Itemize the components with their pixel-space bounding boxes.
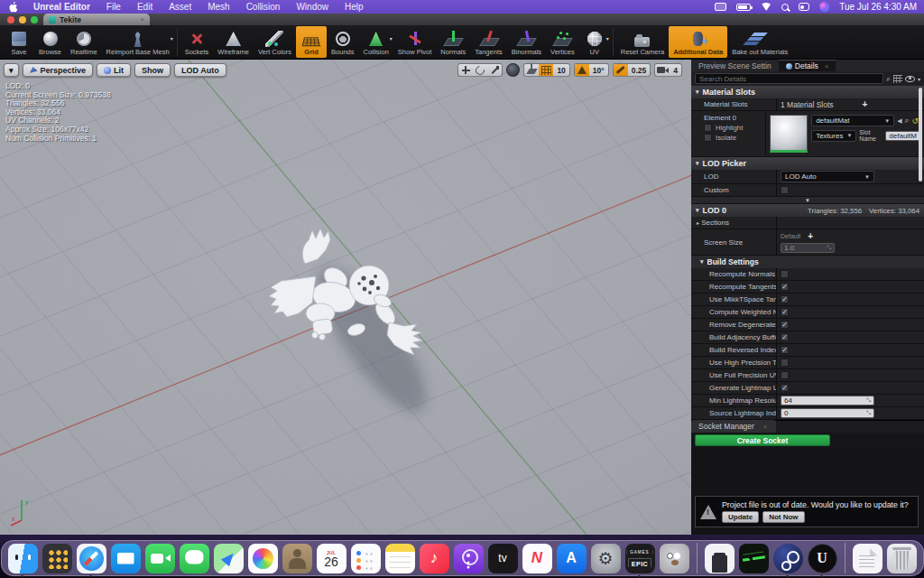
menu-item-unreal-editor[interactable]: Unreal Editor <box>25 2 98 12</box>
dock-item-calendar[interactable]: JUL26 <box>317 544 346 573</box>
surface-snap-icon[interactable] <box>524 63 539 77</box>
tab-close-icon[interactable]: × <box>763 424 767 430</box>
textures-dropdown[interactable]: Textures ▼ <box>811 130 856 142</box>
dock-item-reminders[interactable] <box>351 544 381 573</box>
lod-dropdown[interactable]: LOD Auto ▼ <box>781 171 874 182</box>
dock-item-trash[interactable] <box>887 544 917 573</box>
dock-item-music[interactable]: ♪ <box>420 544 449 573</box>
sections-row[interactable]: ▸ Sections <box>691 217 924 229</box>
rotate-gizmo-button[interactable] <box>473 63 487 77</box>
zoom-window-button[interactable] <box>31 16 38 23</box>
vertices-toolbar-button[interactable]: Vertices <box>546 26 579 58</box>
material-slots-header[interactable]: ▾ Material Slots <box>691 86 924 98</box>
update-button[interactable]: Update <box>722 511 759 523</box>
use-full-precision-uvs-checkbox[interactable] <box>781 371 789 379</box>
dock-item-system-preferences[interactable] <box>591 544 621 573</box>
dropdown-arrow-icon[interactable]: ▾ <box>171 35 173 42</box>
additional-data-toolbar-button[interactable]: Additional Data <box>669 26 727 58</box>
compute-weighted-norma-checkbox[interactable] <box>781 308 789 316</box>
dock-item-mail[interactable] <box>111 544 141 573</box>
slot-name-field[interactable]: defaultM <box>885 131 920 141</box>
menu-item-help[interactable]: Help <box>337 2 372 12</box>
dock-item-messages[interactable] <box>180 544 209 573</box>
menu-item-file[interactable]: File <box>98 2 129 12</box>
lod0-header[interactable]: ▾ LOD 0 Triangles: 32,556 Vertices: 33,0… <box>691 204 924 217</box>
browse-asset-icon[interactable]: ⌕ <box>905 116 910 126</box>
bounds-toolbar-button[interactable]: Bounds <box>327 26 358 58</box>
grid-snap-toggle[interactable] <box>539 63 553 77</box>
dock-item-news[interactable]: N <box>522 544 552 573</box>
save-toolbar-button[interactable]: Save <box>4 26 34 58</box>
scale-snap-toggle[interactable] <box>614 63 628 77</box>
reset-material-icon[interactable]: ↺ <box>912 117 919 126</box>
tab-close-icon[interactable]: × <box>140 15 144 23</box>
lod-auto-button[interactable]: LOD Auto <box>174 63 226 77</box>
display-filter-icon[interactable] <box>893 75 902 83</box>
dock-item-notes[interactable] <box>385 544 415 573</box>
recompute-tangents-checkbox[interactable] <box>781 283 789 291</box>
translate-gizmo-button[interactable] <box>458 63 473 77</box>
socket-manager-tab[interactable]: Socket Manager × <box>691 420 776 433</box>
recompute-normals-checkbox[interactable] <box>781 270 789 278</box>
category-expander[interactable]: ▼ <box>691 197 924 204</box>
custom-checkbox[interactable] <box>781 186 789 194</box>
collision-toolbar-button[interactable]: ▾Collision <box>358 26 393 58</box>
viewport-options-button[interactable]: ▾ <box>4 63 19 77</box>
world-local-toggle-button[interactable] <box>506 63 520 77</box>
rotation-snap-toggle[interactable] <box>575 63 589 77</box>
search-icon[interactable] <box>781 4 789 11</box>
minimize-window-button[interactable] <box>19 16 26 23</box>
dock-item-documents[interactable] <box>853 544 882 573</box>
generate-lightmap-uvs-checkbox[interactable] <box>781 384 789 392</box>
dock-item-unreal-engine[interactable]: U <box>808 544 837 573</box>
siri-icon[interactable] <box>819 2 829 12</box>
use-high-precision-tange-checkbox[interactable] <box>781 359 789 367</box>
min-lightmap-resolution-field[interactable]: 64⤡ <box>781 396 874 406</box>
sockets-toolbar-button[interactable]: Sockets <box>180 26 214 58</box>
grid-snap-value[interactable]: 10 <box>553 66 568 75</box>
show-button[interactable]: Show <box>134 63 171 77</box>
camera-speed-value[interactable]: 4 <box>670 66 681 75</box>
lit-mode-button[interactable]: Lit <box>97 63 131 77</box>
camera-speed-icon[interactable] <box>655 63 670 77</box>
details-scrollbar[interactable] <box>919 88 922 182</box>
isolate-checkbox[interactable] <box>704 134 712 142</box>
tab-preview-scene-settings[interactable]: Preview Scene Settin <box>691 60 779 71</box>
dock-item-app-store[interactable]: A <box>557 544 587 573</box>
material-select-dropdown[interactable]: defaultMat ▼ <box>811 115 894 126</box>
dock-item-podcasts[interactable] <box>454 544 484 573</box>
lod-picker-header[interactable]: ▾ LOD Picker <box>691 157 924 170</box>
search-details-input[interactable] <box>695 73 883 84</box>
dock-item-maps[interactable] <box>214 544 244 573</box>
dock-item-launchpad[interactable] <box>42 544 72 573</box>
view-options-eye-icon[interactable] <box>905 76 915 82</box>
dock-item-contacts[interactable] <box>282 544 312 573</box>
grid-toolbar-button[interactable]: Grid <box>296 26 327 58</box>
bake-out-materials-toolbar-button[interactable]: Bake out Materials <box>727 26 792 58</box>
dropdown-arrow-icon[interactable]: ▾ <box>390 35 393 42</box>
scale-gizmo-button[interactable] <box>487 63 502 77</box>
dock-item-epic-games[interactable]: GAMESEPIC <box>625 544 655 573</box>
tab-close-icon[interactable]: × <box>825 62 829 70</box>
normals-toolbar-button[interactable]: Normals <box>436 26 470 58</box>
tangents-toolbar-button[interactable]: Tangents <box>470 26 506 58</box>
wireframe-toolbar-button[interactable]: Wireframe <box>213 26 254 58</box>
asset-tab[interactable]: Tekite × <box>43 14 150 25</box>
battery-icon[interactable] <box>736 4 751 11</box>
menu-item-window[interactable]: Window <box>288 2 337 12</box>
apple-menu[interactable] <box>7 2 20 13</box>
wifi-icon[interactable] <box>761 3 772 11</box>
menu-item-mesh[interactable]: Mesh <box>199 2 237 12</box>
reimport-base-mesh-toolbar-button[interactable]: ▾Reimport Base Mesh <box>102 26 174 58</box>
reset-camera-toolbar-button[interactable]: Reset Camera <box>616 26 669 58</box>
use-selected-asset-icon[interactable]: ◀ <box>897 117 901 125</box>
scale-snap-value[interactable]: 0.25 <box>628 66 651 75</box>
viewport-3d[interactable]: ▾ Perspective Lit Show LOD Auto LOD: 0Cu… <box>0 60 691 535</box>
dock-item-scope-app[interactable] <box>739 544 769 573</box>
menu-item-collision[interactable]: Collision <box>238 2 289 12</box>
binormals-toolbar-button[interactable]: Binormals <box>507 26 546 58</box>
browse-toolbar-button[interactable]: Browse <box>34 26 66 58</box>
build-settings-header[interactable]: ▾ Build Settings <box>691 256 924 268</box>
menu-item-edit[interactable]: Edit <box>129 2 161 12</box>
display-icon[interactable] <box>715 3 726 11</box>
